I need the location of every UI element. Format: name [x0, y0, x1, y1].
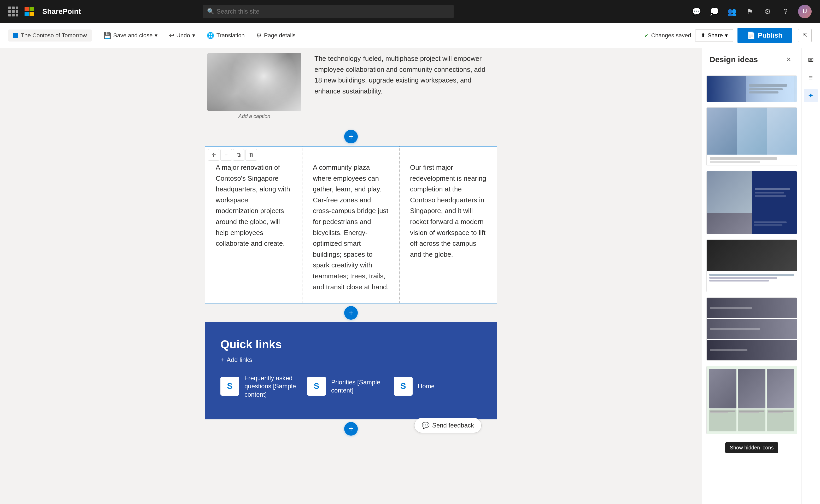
toolbar: The Contoso of Tomorrow 💾 Save and close…: [0, 23, 820, 48]
add-section-plus-3[interactable]: +: [344, 422, 358, 436]
edge-mail-button[interactable]: ✉: [804, 53, 818, 67]
quick-link-label-2: Priorities [Sample content]: [331, 378, 383, 394]
top-nav: SharePoint 🔍 💬 💭 👥 ⚑ ⚙ ? U: [0, 0, 820, 23]
page-details-icon: ⚙: [256, 32, 262, 39]
add-links-button[interactable]: + Add links: [220, 356, 482, 364]
undo-chevron: ▾: [192, 32, 195, 39]
edit-ctrl[interactable]: ≡: [220, 149, 232, 161]
content-area[interactable]: Add a caption The technology-fueled, mul…: [0, 48, 702, 504]
divider-1: [95, 31, 95, 40]
move-ctrl[interactable]: ✛: [208, 149, 219, 161]
avatar[interactable]: U: [798, 5, 812, 18]
design-card-1-img: [707, 76, 797, 102]
close-design-panel-button[interactable]: ✕: [783, 54, 794, 65]
save-icon: 💾: [103, 32, 111, 39]
changes-saved-status: ✓ Changes saved: [644, 32, 691, 39]
page-details-button[interactable]: ⚙ Page details: [251, 29, 301, 42]
collapse-icon: ⇱: [803, 32, 807, 39]
site-tab[interactable]: The Contoso of Tomorrow: [8, 30, 92, 42]
share-button[interactable]: ⬆ Share ▾: [695, 29, 733, 42]
feedback-button[interactable]: 💬 Send feedback: [414, 418, 482, 433]
delete-ctrl[interactable]: 🗑: [245, 149, 257, 161]
design-panel-body[interactable]: Show hidden icons: [702, 71, 801, 504]
spiral-image: [207, 53, 301, 111]
quick-links-section: Quick links + Add links S Frequently ask…: [205, 322, 497, 419]
help-icon[interactable]: 💬: [692, 6, 702, 17]
design-card-2[interactable]: [706, 107, 797, 166]
main-area: Add a caption The technology-fueled, mul…: [0, 48, 820, 504]
col-3-text: Our first major redevelopment is nearing…: [410, 162, 486, 260]
toolbar-right: ✓ Changes saved ⬆ Share ▾ 📄 Publish ⇱: [644, 28, 812, 43]
quick-link-item-1[interactable]: S Frequently asked questions [Sample con…: [220, 374, 297, 398]
three-col-section: ✛ ≡ ⧉ 🗑 A major renovation of Contoso's …: [205, 146, 497, 303]
col-1-text: A major renovation of Contoso's Singapor…: [216, 162, 292, 249]
search-icon: 🔍: [207, 8, 214, 15]
spiral-image-inner: [207, 53, 301, 111]
col-3: Our first major redevelopment is nearing…: [400, 146, 497, 303]
add-section-plus-2[interactable]: +: [344, 306, 358, 320]
show-hidden-icons-tooltip: Show hidden icons: [725, 442, 778, 453]
quick-link-item-2[interactable]: S Priorities [Sample content]: [307, 374, 383, 398]
app-launcher-icon[interactable]: [8, 7, 18, 16]
save-close-button[interactable]: 💾 Save and close ▾: [98, 29, 163, 42]
edge-sparkle-button[interactable]: ✦: [804, 89, 818, 102]
chat-icon[interactable]: 💭: [709, 6, 720, 17]
text-content: The technology-fueled, multiphase projec…: [304, 53, 497, 119]
image-caption[interactable]: Add a caption: [238, 113, 270, 119]
design-panel-header: Design ideas ✕: [702, 48, 801, 71]
col-1: A major renovation of Contoso's Singapor…: [205, 146, 302, 303]
share-chevron: ▾: [725, 32, 728, 39]
design-panel: Design ideas ✕: [702, 48, 801, 504]
col-2: A community plaza where employees can ga…: [302, 146, 400, 303]
design-card-1[interactable]: [706, 75, 797, 102]
search-bar[interactable]: 🔍: [203, 5, 454, 18]
toolbar-left: The Contoso of Tomorrow 💾 Save and close…: [8, 29, 644, 42]
undo-button[interactable]: ↩ Undo ▾: [164, 29, 200, 42]
three-col-grid: A major renovation of Contoso's Singapor…: [205, 146, 497, 303]
checkmark-icon: ✓: [644, 32, 649, 39]
edge-lines-button[interactable]: ≡: [804, 71, 818, 85]
design-panel-title: Design ideas: [710, 55, 758, 64]
design-card-2-text: [707, 155, 797, 166]
quick-link-icon-1: S: [220, 377, 239, 396]
publish-icon: 📄: [747, 31, 755, 39]
design-card-last[interactable]: [706, 366, 797, 434]
search-input[interactable]: [203, 5, 454, 18]
intro-paragraph: The technology-fueled, multiphase projec…: [314, 53, 487, 97]
design-card-2-img: [707, 108, 797, 155]
page-content: Add a caption The technology-fueled, mul…: [205, 48, 497, 454]
save-close-chevron: ▾: [155, 32, 157, 39]
section-controls: ✛ ≡ ⧉ 🗑: [208, 149, 257, 161]
share-icon: ⬆: [701, 32, 705, 39]
quick-link-item-3[interactable]: S Home: [394, 374, 435, 398]
design-card-4[interactable]: [706, 239, 797, 292]
site-tab-dot: [13, 33, 18, 38]
design-card-5[interactable]: [706, 297, 797, 361]
quick-links-title: Quick links: [220, 338, 482, 351]
quick-link-label-1: Frequently asked questions [Sample conte…: [244, 374, 297, 398]
settings-icon[interactable]: ⚙: [763, 6, 773, 17]
add-section-plus-1[interactable]: +: [344, 130, 358, 143]
design-card-3[interactable]: [706, 171, 797, 234]
quick-links-grid: S Frequently asked questions [Sample con…: [220, 374, 482, 398]
quick-link-icon-2: S: [307, 377, 326, 396]
feedback-icon: 💬: [422, 422, 430, 429]
question-icon[interactable]: ?: [780, 6, 791, 17]
quick-link-icon-3: S: [394, 377, 413, 396]
publish-button[interactable]: 📄 Publish: [737, 28, 792, 43]
quick-link-label-3: Home: [418, 382, 435, 390]
right-edge-panel: ✉ ≡ ✦: [801, 48, 820, 504]
add-links-icon: +: [220, 356, 224, 364]
image-block: Add a caption: [205, 53, 304, 119]
copy-ctrl[interactable]: ⧉: [233, 149, 244, 161]
flag-icon[interactable]: ⚑: [745, 6, 755, 17]
translation-button[interactable]: 🌐 Translation: [201, 29, 250, 42]
undo-icon: ↩: [169, 32, 174, 39]
app-name-label: SharePoint: [42, 7, 81, 16]
collapse-button[interactable]: ⇱: [798, 29, 812, 42]
microsoft-logo: [25, 7, 34, 16]
nav-icons: 💬 💭 👥 ⚑ ⚙ ? U: [692, 5, 812, 18]
translation-icon: 🌐: [207, 32, 214, 39]
col-2-text: A community plaza where employees can ga…: [313, 162, 389, 292]
social-icon[interactable]: 👥: [727, 6, 737, 17]
